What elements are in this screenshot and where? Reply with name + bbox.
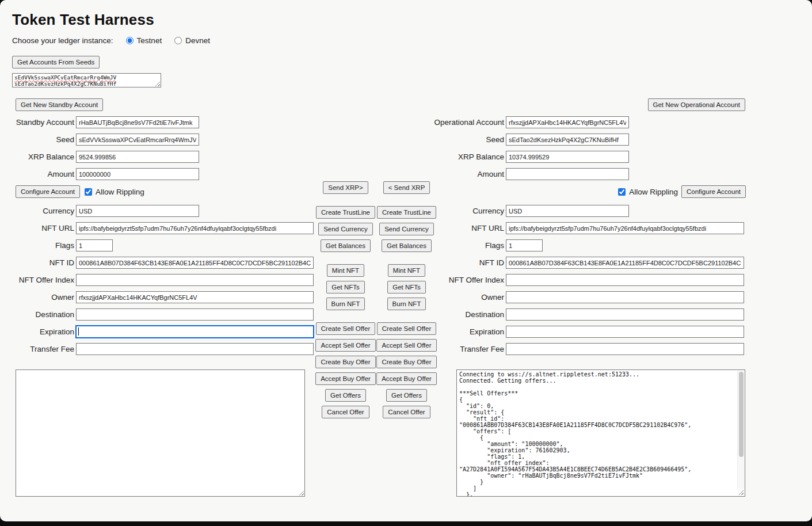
standby-account-input[interactable] [76, 116, 199, 128]
standby-accept-sell-offer-button[interactable]: Accept Sell Offer [315, 339, 375, 352]
standby-xrp-balance-input[interactable] [76, 151, 199, 163]
standby-flags-label: Flags [12, 241, 76, 250]
operational-nft-offer-index-input[interactable] [506, 274, 744, 286]
operational-xrp-balance-label: XRP Balance [432, 153, 506, 161]
operational-expiration-label: Expiration [432, 327, 506, 336]
standby-nft-id-label: NFT ID [12, 258, 76, 267]
operational-operations-stack: < Send XRP Create TrustLine Send Currenc… [378, 181, 436, 422]
operational-currency-input[interactable] [506, 205, 629, 217]
standby-nft-offer-index-label: NFT Offer Index [12, 276, 76, 284]
standby-currency-input[interactable] [76, 205, 199, 217]
operational-column: Operational Account Seed XRP Balance Amo… [432, 116, 746, 360]
seeds-textarea[interactable]: sEdVVkSsswaXPCvEatRmcarRrq4WmJV sEdTao2d… [12, 73, 161, 87]
resize-handle-icon[interactable] [299, 490, 304, 495]
operational-mint-nft-button[interactable]: Mint NFT [388, 264, 425, 277]
seed-line: sEdTao2dKsezHzkPq4X2gC7KNuBifHf [14, 81, 159, 87]
standby-create-buy-offer-button[interactable]: Create Buy Offer [315, 356, 375, 368]
testnet-radio[interactable] [126, 37, 134, 44]
testnet-option[interactable]: Testnet [126, 36, 162, 45]
operational-flags-label: Flags [432, 241, 506, 250]
seed-line: sEdVVkSsswaXPCvEatRmcarRrq4WmJV [14, 74, 159, 81]
results-scrollbar[interactable] [737, 371, 744, 489]
operational-nft-id-input[interactable] [506, 257, 744, 269]
operational-nft-offer-index-label: NFT Offer Index [432, 276, 506, 284]
operational-burn-nft-button[interactable]: Burn NFT [387, 298, 426, 310]
get-new-operational-account-button[interactable]: Get New Operational Account [648, 98, 746, 111]
operational-seed-input[interactable] [506, 134, 629, 146]
operational-account-input[interactable] [506, 116, 629, 128]
standby-configure-row: Configure Account Allow Rippling [16, 185, 315, 198]
results-scrollbar-corner [737, 489, 744, 495]
get-accounts-from-seeds-button[interactable]: Get Accounts From Seeds [12, 56, 100, 68]
standby-send-xrp-button[interactable]: Send XRP> [323, 181, 368, 194]
operational-cancel-offer-button[interactable]: Cancel Offer [383, 406, 430, 418]
devnet-radio[interactable] [174, 37, 182, 44]
operational-nft-url-input[interactable] [506, 222, 744, 234]
operational-configure-account-button[interactable]: Configure Account [681, 185, 746, 198]
operational-destination-input[interactable] [506, 308, 744, 321]
operational-amount-input[interactable] [506, 168, 629, 180]
ledger-instance-label: Choose your ledger instance: [12, 36, 113, 45]
standby-results-text [16, 370, 296, 496]
standby-mint-nft-button[interactable]: Mint NFT [327, 264, 364, 277]
standby-get-nfts-button[interactable]: Get NFTs [326, 281, 365, 294]
standby-nft-url-input[interactable] [76, 222, 314, 234]
standby-get-offers-button[interactable]: Get Offers [325, 389, 366, 402]
standby-destination-input[interactable] [76, 308, 314, 321]
operational-transfer-fee-label: Transfer Fee [432, 345, 506, 353]
standby-flags-input[interactable] [76, 239, 113, 251]
standby-owner-input[interactable] [76, 291, 314, 303]
ledger-instance-row: Choose your ledger instance: Testnet Dev… [12, 36, 210, 45]
standby-allow-rippling-label: Allow Rippling [96, 188, 144, 196]
standby-create-trustline-button[interactable]: Create TrustLine [316, 206, 375, 219]
operational-expiration-input[interactable] [506, 326, 744, 338]
standby-allow-rippling-checkbox[interactable] [85, 188, 92, 196]
standby-owner-label: Owner [12, 293, 76, 302]
standby-accept-buy-offer-button[interactable]: Accept Buy Offer [315, 372, 376, 385]
operational-flags-input[interactable] [506, 239, 543, 251]
standby-expiration-label: Expiration [12, 327, 76, 336]
operational-account-label: Operational Account [432, 118, 506, 127]
standby-nft-id-input[interactable] [76, 257, 314, 269]
standby-column: Standby Account Seed XRP Balance Amount … [12, 116, 315, 360]
standby-seed-input[interactable] [76, 134, 199, 146]
standby-burn-nft-button[interactable]: Burn NFT [326, 298, 365, 310]
standby-cancel-offer-button[interactable]: Cancel Offer [322, 406, 369, 418]
operational-create-buy-offer-button[interactable]: Create Buy Offer [376, 356, 436, 368]
standby-transfer-fee-input[interactable] [76, 343, 314, 355]
devnet-option[interactable]: Devnet [174, 36, 210, 45]
standby-create-sell-offer-button[interactable]: Create Sell Offer [316, 322, 375, 335]
standby-amount-input[interactable] [76, 168, 199, 180]
standby-expiration-input[interactable] [76, 326, 314, 338]
standby-amount-label: Amount [12, 170, 76, 178]
operational-nft-id-label: NFT ID [432, 258, 506, 267]
operational-results-textarea[interactable]: Connecting to wss://s.altnet.rippletest.… [456, 369, 745, 497]
standby-configure-account-button[interactable]: Configure Account [16, 185, 80, 198]
operational-create-sell-offer-button[interactable]: Create Sell Offer [377, 322, 436, 335]
operational-send-currency-button[interactable]: Send Currency [379, 223, 434, 235]
page-title: Token Test Harness [12, 11, 154, 29]
resize-handle-icon[interactable] [738, 490, 744, 495]
operational-get-offers-button[interactable]: Get Offers [386, 389, 427, 402]
standby-get-balances-button[interactable]: Get Balances [321, 239, 371, 252]
standby-results-textarea[interactable] [16, 369, 305, 497]
standby-send-currency-button[interactable]: Send Currency [318, 223, 373, 235]
operational-allow-rippling-checkbox[interactable] [618, 188, 626, 196]
operational-owner-input[interactable] [506, 291, 744, 303]
results-scrollbar-thumb[interactable] [739, 372, 744, 457]
get-new-standby-account-button[interactable]: Get New Standby Account [16, 98, 103, 111]
operational-accept-sell-offer-button[interactable]: Accept Sell Offer [376, 339, 436, 352]
text-caret [78, 327, 79, 336]
operational-send-xrp-button[interactable]: < Send XRP [383, 181, 430, 194]
standby-destination-label: Destination [12, 310, 76, 319]
operational-create-trustline-button[interactable]: Create TrustLine [377, 206, 436, 219]
operational-accept-buy-offer-button[interactable]: Accept Buy Offer [376, 372, 437, 385]
operational-transfer-fee-input[interactable] [506, 343, 744, 355]
standby-seed-label: Seed [12, 135, 76, 144]
standby-nft-offer-index-input[interactable] [76, 274, 314, 286]
devnet-radio-label: Devnet [185, 36, 210, 45]
testnet-radio-label: Testnet [137, 36, 162, 45]
operational-get-balances-button[interactable]: Get Balances [382, 239, 432, 252]
operational-xrp-balance-input[interactable] [506, 151, 629, 163]
operational-get-nfts-button[interactable]: Get NFTs [387, 281, 426, 294]
